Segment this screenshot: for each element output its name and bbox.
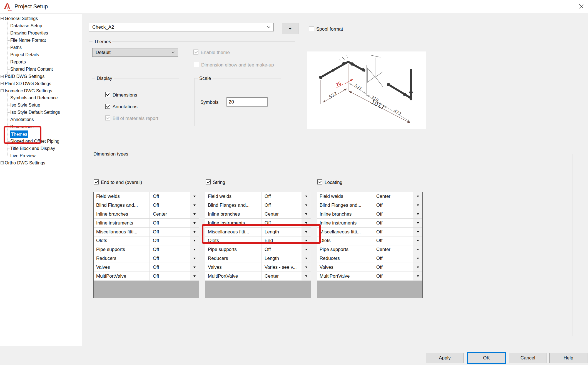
dropdown-arrow-button[interactable] <box>190 192 199 201</box>
dropdown-arrow-button[interactable] <box>413 228 422 236</box>
dropdown-arrow-button[interactable] <box>302 245 311 254</box>
dimensions-checkbox[interactable] <box>105 92 110 97</box>
dropdown-arrow-button[interactable] <box>413 210 422 219</box>
tree-item-label[interactable]: Symbols and Reference <box>10 94 58 102</box>
tree-item-title-block-and-display[interactable]: Title Block and Display <box>0 145 82 152</box>
dropdown-arrow-button[interactable] <box>413 272 422 280</box>
tree-item-themes[interactable]: Themes <box>0 130 82 138</box>
tree-item-label[interactable]: Shared Plant Content <box>10 66 53 73</box>
ok-button[interactable]: OK <box>467 352 506 364</box>
dimension-value-dropdown[interactable]: Center <box>373 247 413 252</box>
tree-item-annotations[interactable]: Annotations <box>0 116 82 123</box>
close-icon[interactable] <box>577 3 585 10</box>
tree-item-reports[interactable]: Reports <box>0 58 82 66</box>
dimension-value-dropdown[interactable]: Off <box>373 229 413 235</box>
dimension-value-dropdown[interactable]: Off <box>150 194 190 199</box>
dropdown-arrow-button[interactable] <box>413 245 422 254</box>
dimension-value-dropdown[interactable]: Center <box>261 211 302 217</box>
collapse-icon[interactable]: − <box>1 89 4 92</box>
apply-button[interactable]: Apply <box>426 353 464 363</box>
dimension-value-dropdown[interactable]: Center <box>261 273 302 279</box>
cancel-button[interactable]: Cancel <box>509 353 547 363</box>
dropdown-arrow-button[interactable] <box>302 263 311 272</box>
dimension-value-dropdown[interactable]: Off <box>150 247 190 252</box>
dropdown-arrow-button[interactable] <box>302 219 311 227</box>
tree-item-iso-style-setup[interactable]: Iso Style Setup <box>0 102 82 109</box>
tree-item-label[interactable]: Themes <box>10 130 28 138</box>
dimension-value-dropdown[interactable]: Off <box>150 256 190 261</box>
end-to-end-checkbox[interactable] <box>94 179 99 184</box>
tree-item-label[interactable]: Sloped and Offset Piping <box>10 138 59 145</box>
dimension-value-dropdown[interactable]: Off <box>373 211 413 217</box>
dropdown-arrow-button[interactable] <box>413 201 422 210</box>
dropdown-arrow-button[interactable] <box>413 219 422 227</box>
dropdown-arrow-button[interactable] <box>190 245 199 254</box>
tree-item-plant-3d-dwg-settings[interactable]: +Plant 3D DWG Settings <box>0 80 82 87</box>
tree-item-paths[interactable]: Paths <box>0 44 82 51</box>
locating-checkbox[interactable] <box>317 179 322 184</box>
theme-combobox[interactable]: Default <box>92 48 178 57</box>
dropdown-arrow-button[interactable] <box>190 254 199 263</box>
dropdown-arrow-button[interactable] <box>413 254 422 263</box>
dimension-value-dropdown[interactable]: Varies - see v... <box>261 265 302 270</box>
dimension-value-dropdown[interactable]: Off <box>150 265 190 270</box>
tree-item-isometric-dwg-settings[interactable]: −Isometric DWG Settings <box>0 87 82 95</box>
dimension-value-dropdown[interactable]: Off <box>373 238 413 243</box>
tree-item-label[interactable]: Iso Style Default Settings <box>10 109 60 116</box>
tree-item-label[interactable]: File Name Format <box>10 37 46 44</box>
expand-icon[interactable]: + <box>1 82 4 85</box>
dropdown-arrow-button[interactable] <box>190 210 199 219</box>
dimension-value-dropdown[interactable]: Length <box>261 229 302 235</box>
dimension-value-dropdown[interactable]: Off <box>261 247 302 252</box>
expand-icon[interactable]: + <box>1 161 4 164</box>
tree-item-ortho-dwg-settings[interactable]: +Ortho DWG Settings <box>0 159 82 167</box>
tree-item-live-preview[interactable]: Live Preview <box>0 152 82 159</box>
tree-item-project-details[interactable]: Project Details <box>0 51 82 58</box>
tree-item-shared-plant-content[interactable]: Shared Plant Content <box>0 66 82 73</box>
tree-item-label[interactable]: Iso Style Setup <box>10 102 40 109</box>
dropdown-arrow-button[interactable] <box>302 192 311 201</box>
tree-item-label[interactable]: Dimensions <box>10 123 34 130</box>
dropdown-arrow-button[interactable] <box>190 228 199 236</box>
tree-item-drawing-properties[interactable]: Drawing Properties <box>0 29 82 37</box>
expand-icon[interactable]: + <box>1 75 4 78</box>
dimension-value-dropdown[interactable]: Off <box>261 220 302 226</box>
dimension-value-dropdown[interactable]: Off <box>373 265 413 270</box>
tree-item-label[interactable]: Annotations <box>10 116 34 123</box>
dropdown-arrow-button[interactable] <box>302 236 311 245</box>
dropdown-arrow-button[interactable] <box>413 236 422 245</box>
dimension-value-dropdown[interactable]: Off <box>373 203 413 208</box>
collapse-icon[interactable]: − <box>1 17 4 20</box>
dropdown-arrow-button[interactable] <box>302 210 311 219</box>
tree-item-label[interactable]: Isometric DWG Settings <box>5 87 52 95</box>
dimension-value-dropdown[interactable]: Off <box>261 194 302 199</box>
iso-style-combobox[interactable]: Check_A2 <box>89 23 274 31</box>
tree-item-label[interactable]: Ortho DWG Settings <box>5 159 45 167</box>
dimension-value-dropdown[interactable]: Off <box>261 203 302 208</box>
annotations-checkbox[interactable] <box>105 104 110 109</box>
dimension-value-dropdown[interactable]: Off <box>373 256 413 261</box>
dropdown-arrow-button[interactable] <box>302 228 311 236</box>
dimension-value-dropdown[interactable]: Off <box>373 220 413 226</box>
tree-item-database-setup[interactable]: Database Setup <box>0 22 82 29</box>
dimension-value-dropdown[interactable]: Off <box>150 220 190 226</box>
dimension-value-dropdown[interactable]: Off <box>373 273 413 279</box>
tree-item-label[interactable]: Reports <box>10 58 26 66</box>
tree-item-iso-style-default-settings[interactable]: Iso Style Default Settings <box>0 109 82 116</box>
tree-item-file-name-format[interactable]: File Name Format <box>0 37 82 44</box>
tree-item-label[interactable]: P&ID DWG Settings <box>5 73 44 80</box>
dropdown-arrow-button[interactable] <box>190 236 199 245</box>
dimension-value-dropdown[interactable]: End <box>261 238 302 243</box>
dropdown-arrow-button[interactable] <box>190 263 199 272</box>
dropdown-arrow-button[interactable] <box>413 192 422 201</box>
dimension-value-dropdown[interactable]: Off <box>150 229 190 235</box>
string-checkbox[interactable] <box>206 179 211 184</box>
dropdown-arrow-button[interactable] <box>302 201 311 210</box>
tree-item-label[interactable]: Database Setup <box>10 22 42 29</box>
dropdown-arrow-button[interactable] <box>302 254 311 263</box>
tree-item-label[interactable]: Title Block and Display <box>10 145 55 152</box>
add-style-button[interactable]: + <box>282 23 298 34</box>
tree-item-dimensions[interactable]: Dimensions <box>0 123 82 130</box>
dropdown-arrow-button[interactable] <box>190 272 199 280</box>
tree-item-label[interactable]: Paths <box>10 44 22 51</box>
